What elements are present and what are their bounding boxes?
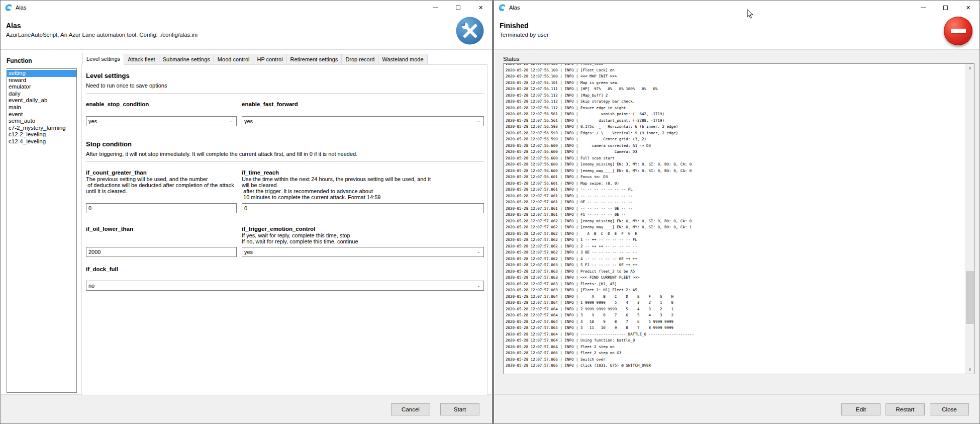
select-value: yes <box>244 249 253 255</box>
tab-attack-fleet[interactable]: Attack fleet <box>124 54 159 65</box>
maximize-icon <box>943 6 948 10</box>
sidebar-item-semi_auto[interactable]: semi_auto <box>7 118 76 125</box>
alas-app-icon <box>5 4 13 12</box>
sidebar-item-emulator[interactable]: emulator <box>7 83 76 91</box>
maximize-button[interactable] <box>934 1 957 15</box>
function-label: Function <box>7 57 77 64</box>
enable-stop-condition-label: enable_stop_condition <box>86 101 237 108</box>
maximize-button[interactable] <box>447 1 469 15</box>
divider <box>86 93 484 94</box>
close-icon: ✕ <box>966 5 970 11</box>
minimize-button[interactable] <box>912 1 934 15</box>
header: Finished Terminated by user <box>494 15 979 50</box>
sidebar-item-event[interactable]: event <box>7 111 76 118</box>
maximize-icon <box>456 6 460 10</box>
if-count-greater-than-input[interactable] <box>86 203 237 213</box>
enable-fast-forward-select[interactable]: yes ⌄ <box>242 116 484 126</box>
window-alas-settings: Alas ✕ Alas AzurLaneAutoScript, An Azur … <box>0 0 493 424</box>
log-box[interactable]: 2020-05-28 12:07:56.100 | INFO | fleet_l… <box>503 63 974 374</box>
function-listbox[interactable]: settingrewardemulatordailyevent_daily_ab… <box>7 68 77 393</box>
sidebar-item-daily[interactable]: daily <box>7 91 76 98</box>
page-subtitle: AzurLaneAutoScript, An Azur Lane automat… <box>6 32 492 38</box>
close-button[interactable]: ✕ <box>469 1 492 15</box>
function-sidebar: Function settingrewardemulatordailyevent… <box>1 50 79 394</box>
section-desc: Need to run once to save options <box>86 82 484 89</box>
section-title: Stop condition <box>86 141 484 148</box>
status-area: Status 2020-05-28 12:07:56.100 | INFO | … <box>495 50 979 394</box>
tab-page-level-settings: Level settings Need to run once to save … <box>81 64 487 395</box>
sidebar-item-setting[interactable]: setting <box>7 70 76 77</box>
if-time-reach-input[interactable] <box>242 203 484 213</box>
restart-button[interactable]: Restart <box>886 403 925 415</box>
minimize-icon <box>433 8 438 8</box>
minimize-button[interactable] <box>424 1 447 15</box>
if-trigger-emotion-control-label: if_trigger_emotion_control <box>242 225 484 232</box>
scrollbar-down-icon[interactable]: ∨ <box>966 365 974 374</box>
titlebar[interactable]: Alas ✕ <box>494 1 979 15</box>
tab-drop-record[interactable]: Drop record <box>341 54 378 65</box>
titlebar[interactable]: Alas ✕ <box>1 1 492 15</box>
close-button[interactable]: ✕ <box>957 1 979 15</box>
stop-sign-icon <box>944 17 972 45</box>
cancel-button[interactable]: Cancel <box>391 403 430 415</box>
status-label: Status <box>503 56 979 62</box>
edit-button[interactable]: Edit <box>841 403 880 415</box>
right-footer: Edit Restart Close <box>495 394 979 423</box>
stop-bar <box>951 29 966 33</box>
window-title: Alas <box>16 5 26 11</box>
select-value: yes <box>88 118 97 124</box>
if-trigger-emotion-control-desc: If yes, wait for reply, complete this ti… <box>242 232 484 244</box>
window-title: Alas <box>509 5 520 11</box>
header: Alas AzurLaneAutoScript, An Azur Lane au… <box>1 15 492 50</box>
status-subtitle: Terminated by user <box>500 32 979 38</box>
tab-wasteland-mode[interactable]: Wasteland mode <box>378 54 427 65</box>
if-time-reach-desc: Use the time within the next 24 hours, t… <box>242 176 484 200</box>
section-title: Level settings <box>86 72 484 79</box>
if-count-greater-than-desc: The previous setting will be used, and t… <box>86 176 237 194</box>
enable-fast-forward-label: enable_fast_forward <box>242 101 484 108</box>
tab-submarine-settings[interactable]: Submarine settings <box>159 54 214 65</box>
settings-main: Level settingsAttack fleetSubmarine sett… <box>79 50 492 394</box>
if-trigger-emotion-control-select[interactable]: yes ⌄ <box>242 247 484 257</box>
chevron-down-icon: ⌄ <box>476 119 480 123</box>
minimize-icon <box>921 8 926 8</box>
if-oil-lower-than-input[interactable] <box>86 247 237 257</box>
if-dock-full-label: if_dock_full <box>86 266 484 273</box>
enable-stop-condition-select[interactable]: yes ⌄ <box>86 116 237 126</box>
sidebar-item-c12-4_leveling[interactable]: c12-4_leveling <box>7 138 76 145</box>
window-alas-log: Alas ✕ Finished Terminated by user Statu… <box>494 0 980 424</box>
if-dock-full-select[interactable]: no ⌄ <box>86 281 484 291</box>
divider <box>86 161 484 162</box>
sidebar-item-main[interactable]: main <box>7 104 76 111</box>
section-desc: After triggering, it will not stop immed… <box>86 151 484 157</box>
sidebar-item-c7-2_mystery_farming[interactable]: c7-2_mystery_farming <box>7 125 76 132</box>
mouse-cursor <box>747 9 753 19</box>
tab-level-settings[interactable]: Level settings <box>82 53 124 65</box>
chevron-down-icon: ⌄ <box>229 119 233 123</box>
scrollbar[interactable]: ∧ ∨ <box>965 64 974 374</box>
tab-hp-control[interactable]: HP control <box>253 54 286 65</box>
alas-app-icon <box>498 4 506 12</box>
select-value: yes <box>244 118 253 124</box>
page-title: Alas <box>6 22 492 30</box>
if-time-reach-label: if_time_reach <box>242 169 484 176</box>
chevron-down-icon: ⌄ <box>476 250 480 254</box>
status-title: Finished <box>500 22 979 30</box>
tools-icon <box>455 16 484 45</box>
if-count-greater-than-label: if_count_greater_than <box>86 169 237 176</box>
chevron-down-icon: ⌄ <box>476 284 480 288</box>
close-icon: ✕ <box>478 5 483 11</box>
log-output: 2020-05-28 12:07:56.100 | INFO | fleet_l… <box>506 63 965 369</box>
start-button[interactable]: Start <box>440 403 479 415</box>
sidebar-item-reward[interactable]: reward <box>7 77 76 84</box>
select-value: no <box>88 283 94 289</box>
if-oil-lower-than-label: if_oil_lower_than <box>86 225 237 232</box>
sidebar-item-c12-2_leveling[interactable]: c12-2_leveling <box>7 131 76 138</box>
sidebar-item-event_daily_ab[interactable]: event_daily_ab <box>7 97 76 104</box>
left-footer: Cancel Start <box>1 394 492 423</box>
scrollbar-up-icon[interactable]: ∧ <box>966 64 974 72</box>
tab-retirement-settings[interactable]: Retirement settings <box>286 54 342 65</box>
close-log-button[interactable]: Close <box>930 403 969 415</box>
scrollbar-thumb[interactable] <box>966 271 974 324</box>
tab-mood-control[interactable]: Mood control <box>214 54 254 65</box>
